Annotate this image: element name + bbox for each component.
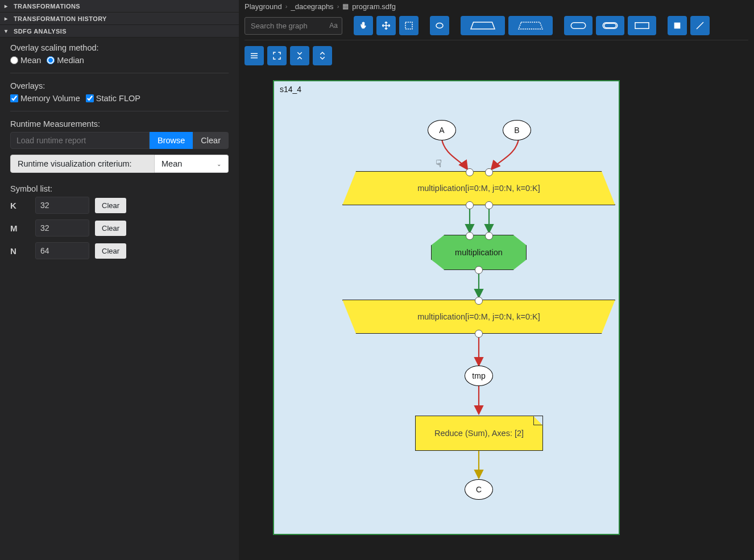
symbol-name: N: [10, 246, 30, 256]
node-task[interactable]: multiplication: [431, 235, 527, 270]
scaling-mean[interactable]: Mean: [10, 56, 41, 65]
map-entry-label: multiplication[i=0:M, j=0:N, k=0:K]: [417, 184, 540, 193]
expand-button[interactable]: [313, 46, 332, 65]
svg-marker-2: [471, 22, 495, 29]
rounded-rect-tool-button[interactable]: [564, 16, 593, 35]
move-tool-button[interactable]: [376, 16, 396, 35]
node-reduce[interactable]: Reduce (Sum), Axes: [2]: [415, 416, 543, 451]
node-c[interactable]: C: [465, 479, 493, 500]
symbol-n-input[interactable]: [35, 242, 89, 259]
edge-tool-button[interactable]: [690, 16, 710, 35]
clear-runtime-button[interactable]: Clear: [193, 132, 229, 149]
section-title: TRANSFORMATION HISTORY: [14, 15, 107, 22]
breadcrumb-item[interactable]: _dacegraphs: [291, 2, 333, 11]
symbol-row-n: N Clear: [10, 242, 229, 259]
sdfg-state-frame[interactable]: s14_4: [273, 80, 620, 535]
main-editor: Playground › _dacegraphs › ▦ program.sdf…: [239, 0, 754, 560]
svg-marker-3: [519, 22, 542, 29]
breadcrumb: Playground › _dacegraphs › ▦ program.sdf…: [239, 0, 754, 13]
menu-button[interactable]: [245, 46, 264, 65]
svg-point-1: [436, 23, 443, 28]
port-icon: [466, 232, 474, 240]
section-title: TRANSFORMATIONS: [14, 3, 80, 10]
file-icon: ▦: [342, 2, 349, 10]
node-map-entry[interactable]: multiplication[i=0:M, j=0:N, k=0:K]: [342, 171, 615, 205]
svg-rect-8: [674, 23, 680, 28]
circle-tool-button[interactable]: [430, 16, 449, 35]
breadcrumb-item[interactable]: Playground: [245, 2, 282, 11]
node-b[interactable]: B: [503, 120, 531, 140]
port-icon: [485, 232, 493, 240]
criterium-row: Runtime visualization criterium: Mean ⌄: [10, 155, 229, 173]
radio-mean-label: Mean: [20, 56, 41, 65]
svg-rect-0: [405, 22, 412, 29]
rect-tool-button[interactable]: [628, 16, 656, 35]
breadcrumb-item[interactable]: program.sdfg: [352, 2, 396, 11]
map-entry-tool-button[interactable]: [461, 16, 505, 35]
criterium-selected: Mean: [161, 159, 182, 168]
select-tool-button[interactable]: [399, 16, 419, 35]
map-entry-dashed-tool-button[interactable]: [508, 16, 553, 35]
svg-rect-4: [571, 23, 586, 29]
overlay-memory[interactable]: Memory Volume: [10, 94, 80, 103]
checkbox-flop[interactable]: [86, 94, 94, 102]
port-icon: [475, 297, 483, 305]
cursor-icon: ☟: [436, 157, 442, 170]
symbol-m-clear[interactable]: Clear: [95, 221, 126, 236]
overlay-flop[interactable]: Static FLOP: [86, 94, 140, 103]
case-sensitive-icon[interactable]: Aa: [329, 22, 338, 30]
port-icon: [485, 168, 493, 176]
symbol-list-label: Symbol list:: [10, 184, 229, 193]
port-icon: [485, 201, 493, 209]
chevron-right-icon: ▸: [5, 15, 11, 22]
symbol-name: M: [10, 223, 30, 233]
fit-view-button[interactable]: [267, 46, 287, 65]
graph-canvas[interactable]: s14_4: [239, 69, 754, 560]
node-a-label: A: [439, 126, 444, 135]
toolbar-primary: Aa: [239, 13, 754, 39]
symbol-k-input[interactable]: [35, 197, 89, 214]
double-rounded-tool-button[interactable]: [596, 16, 624, 35]
overlays-label: Overlays:: [10, 81, 229, 90]
criterium-select[interactable]: Mean ⌄: [155, 155, 229, 173]
node-map-exit[interactable]: multiplication[i=0:M, j=0:N, k=0:K]: [342, 300, 615, 334]
chevron-down-icon: ⌄: [217, 161, 221, 167]
svg-rect-7: [635, 23, 649, 29]
section-history[interactable]: ▸ TRANSFORMATION HISTORY: [0, 13, 239, 25]
reduce-label: Reduce (Sum), Axes: [2]: [434, 429, 524, 438]
symbol-row-k: K Clear: [10, 197, 229, 214]
search-input[interactable]: [245, 17, 342, 35]
symbol-m-input[interactable]: [35, 219, 89, 237]
square-tool-button[interactable]: [668, 16, 687, 35]
svg-rect-6: [604, 23, 616, 28]
node-a[interactable]: A: [428, 120, 456, 140]
toolbar-secondary: [239, 44, 754, 69]
runtime-input-group: Browse Clear: [10, 132, 229, 149]
runtime-label: Runtime Measurements:: [10, 119, 229, 128]
sidebar: ▸ TRANSFORMATIONS ▸ TRANSFORMATION HISTO…: [0, 0, 239, 560]
pan-tool-button[interactable]: [354, 16, 373, 35]
browse-button[interactable]: Browse: [150, 132, 193, 149]
radio-median-label: Median: [57, 56, 84, 65]
section-analysis[interactable]: ▾ SDFG ANALYSIS: [0, 25, 239, 38]
symbol-n-clear[interactable]: Clear: [95, 243, 126, 259]
symbol-k-clear[interactable]: Clear: [95, 198, 126, 213]
c-label: C: [476, 485, 482, 494]
collapse-button[interactable]: [290, 46, 309, 65]
breadcrumb-sep: ›: [337, 3, 339, 10]
radio-median[interactable]: [47, 56, 55, 64]
scaling-median[interactable]: Median: [47, 56, 84, 65]
radio-mean[interactable]: [10, 56, 18, 64]
tmp-label: tmp: [472, 371, 485, 380]
node-b-label: B: [514, 126, 519, 135]
checkbox-memory[interactable]: [10, 94, 18, 102]
section-title: SDFG ANALYSIS: [14, 28, 67, 35]
runtime-report-input[interactable]: [10, 132, 150, 149]
symbol-row-m: M Clear: [10, 219, 229, 237]
scaling-label: Overlay scaling method:: [10, 43, 229, 52]
node-tmp[interactable]: tmp: [465, 366, 493, 386]
port-icon: [466, 201, 474, 209]
chevron-down-icon: ▾: [5, 28, 11, 34]
section-transformations[interactable]: ▸ TRANSFORMATIONS: [0, 0, 239, 13]
chevron-right-icon: ▸: [5, 3, 11, 9]
